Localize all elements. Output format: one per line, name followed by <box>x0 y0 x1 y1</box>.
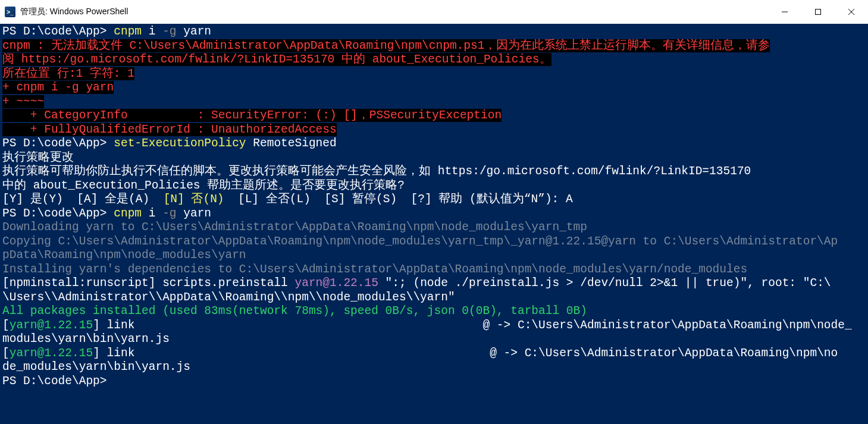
terminal-line: cnpm : 无法加载文件 C:\Users\Administrator\App… <box>2 39 866 54</box>
app-icon: >_ <box>0 7 20 17</box>
terminal-line: PS D:\code\App> cnpm i -g yarn <box>2 207 866 221</box>
terminal-line: 中的 about_Execution_Policies 帮助主题所述。是否要更改… <box>2 179 866 193</box>
terminal-line: + ~~~~ <box>2 95 866 109</box>
svg-rect-1 <box>816 10 821 15</box>
terminal-content[interactable]: PS D:\code\App> cnpm i -g yarncnpm : 无法加… <box>0 24 868 424</box>
terminal-line: + FullyQualifiedErrorId : UnauthorizedAc… <box>2 123 866 137</box>
maximize-icon <box>814 8 822 15</box>
maximize-button[interactable] <box>801 0 835 24</box>
terminal-line: Installing yarn's dependencies to C:\Use… <box>2 263 866 277</box>
terminal-line: + CategoryInfo : SecurityError: (:) []，P… <box>2 109 866 123</box>
terminal-line: [npminstall:runscript] scripts.preinstal… <box>2 277 866 291</box>
terminal-line: modules\yarn\bin\yarn.js <box>2 332 866 347</box>
terminal-line: PS D:\code\App> cnpm i -g yarn <box>2 25 866 39</box>
terminal-line: All packages installed (used 83ms(networ… <box>2 304 866 319</box>
terminal-line: \Users\\Administrator\\AppData\\Roaming\… <box>2 291 866 305</box>
terminal-line: PS D:\code\App> set-ExecutionPolicy Remo… <box>2 137 866 151</box>
minimize-icon <box>781 8 788 15</box>
terminal-line: PS D:\code\App> <box>2 375 866 389</box>
terminal-line: [yarn@1.22.15] link @ -> C:\Users\Admini… <box>2 319 866 333</box>
terminal-line: Downloading yarn to C:\Users\Administrat… <box>2 221 866 235</box>
terminal-line: de_modules\yarn\bin\yarn.js <box>2 360 866 375</box>
terminal-line: 执行策略更改 <box>2 151 866 165</box>
close-icon <box>848 8 855 15</box>
window-controls <box>768 0 868 24</box>
terminal-line: Copying C:\Users\Administrator\AppData\R… <box>2 235 866 249</box>
terminal-line: 所在位置 行:1 字符: 1 <box>2 67 866 81</box>
window-title: 管理员: Windows PowerShell <box>20 7 133 17</box>
minimize-button[interactable] <box>768 0 801 24</box>
terminal-line: [yarn@1.22.15] link @ -> C:\Users\Admini… <box>2 347 866 361</box>
terminal-line: + cnpm i -g yarn <box>2 81 866 95</box>
terminal-line: 阅 https:/go.microsoft.com/fwlink/?LinkID… <box>2 53 866 67</box>
terminal-line: [Y] 是(Y) [A] 全是(A) [N] 否(N) [L] 全否(L) [S… <box>2 193 866 207</box>
powershell-icon: >_ <box>5 7 15 17</box>
powershell-window: >_ 管理员: Windows PowerShell PS D:\code\Ap… <box>0 0 868 424</box>
terminal-line: 执行策略可帮助你防止执行不信任的脚本。更改执行策略可能会产生安全风险，如 htt… <box>2 165 866 179</box>
terminal-line: pData\Roaming\npm\node_modules\yarn <box>2 249 866 263</box>
close-button[interactable] <box>835 0 868 24</box>
titlebar[interactable]: >_ 管理员: Windows PowerShell <box>0 0 868 24</box>
